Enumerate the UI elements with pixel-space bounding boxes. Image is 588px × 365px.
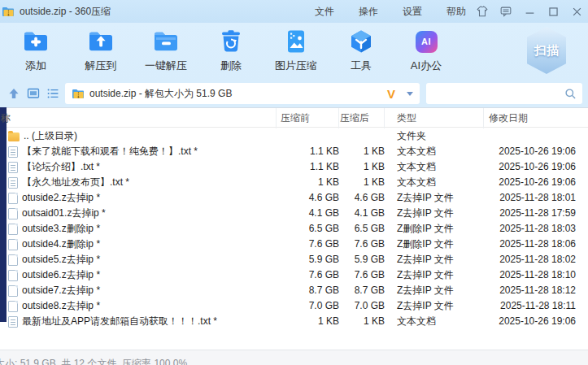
size-before: 4.6 GB xyxy=(277,190,339,206)
file-name-cell: 【永久地址发布页】.txt * xyxy=(0,175,277,190)
modified-date: 2025-11-28 18:06 xyxy=(484,237,588,252)
tools-cube-icon xyxy=(347,28,375,55)
feedback-icon[interactable] xyxy=(499,5,512,18)
menu-file[interactable]: 文件 xyxy=(303,5,346,19)
column-header-type[interactable]: 类型 xyxy=(385,108,484,128)
ai-office-button[interactable]: AI AI办公 xyxy=(394,28,459,73)
size-after xyxy=(339,128,385,144)
size-before: 7.6 GB xyxy=(277,237,339,252)
file-name-cell: 【论坛介绍】.txt * xyxy=(0,159,277,175)
close-button[interactable] xyxy=(570,5,583,18)
file-name-cell: outside4.z删除ip * xyxy=(0,237,277,252)
address-input[interactable]: outside.zip - 解包大小为 51.9 GB V xyxy=(65,83,420,104)
add-button[interactable]: 添加 xyxy=(3,28,68,73)
file-name: outside6.z去掉ip * xyxy=(22,267,100,283)
ai-office-label: AI办公 xyxy=(411,59,442,73)
toolbar: 添加 解压到 一键解压 xyxy=(0,23,588,80)
menu-settings[interactable]: 设置 xyxy=(390,5,434,19)
file-row[interactable]: 【永久地址发布页】.txt * 1 KB 1 KB 文本文档 2025-10-2… xyxy=(0,175,588,190)
ai-badge-text: AI xyxy=(421,37,431,46)
size-before: 7.0 GB xyxy=(277,298,339,314)
column-header-date[interactable]: 修改日期 xyxy=(484,108,588,128)
view-mode-icon[interactable] xyxy=(26,86,41,101)
column-header-after[interactable]: 压缩后 xyxy=(339,108,385,128)
file-type: 文本文档 xyxy=(385,159,484,175)
size-before: 4.1 GB xyxy=(277,206,339,221)
scan-label: 扫描 xyxy=(534,43,559,59)
file-row[interactable]: otuside2.z去掉ip * 4.6 GB 4.6 GB Z去掉IP 文件 … xyxy=(0,190,588,206)
column-header-before[interactable]: 压缩前 xyxy=(277,108,339,128)
size-after: 7.0 GB xyxy=(339,298,385,314)
menu-help[interactable]: 帮助 xyxy=(434,5,478,19)
file-icon xyxy=(8,285,18,297)
vip-badge[interactable]: V xyxy=(387,87,395,101)
file-name: outside4.z删除ip * xyxy=(22,237,100,252)
file-name: outside8.z去掉ip * xyxy=(22,298,100,314)
file-row[interactable]: .. (上级目录) 文件夹 xyxy=(0,128,588,144)
file-row[interactable]: outside3.z删除ip * 6.5 GB 6.5 GB Z删除IP 文件 … xyxy=(0,221,588,237)
extract-to-button[interactable]: 解压到 xyxy=(68,28,133,73)
delete-trash-icon xyxy=(217,28,245,55)
image-compress-label: 图片压缩 xyxy=(275,59,317,73)
file-name: outsaid01.z去掉ip * xyxy=(22,206,106,221)
size-after: 7.6 GB xyxy=(339,267,385,283)
add-label: 添加 xyxy=(25,59,46,73)
file-name-cell: outside6.z去掉ip * xyxy=(0,267,277,283)
up-directory-icon[interactable] xyxy=(7,86,21,101)
skin-icon[interactable] xyxy=(476,5,489,18)
delete-button[interactable]: 删除 xyxy=(198,28,264,73)
ai-office-icon: AI xyxy=(412,28,440,55)
modified-date: 2025-11-28 18:10 xyxy=(484,267,588,283)
file-row[interactable]: outside4.z删除ip * 7.6 GB 7.6 GB Z删除IP 文件 … xyxy=(0,237,588,252)
file-type: Z去掉IP 文件 xyxy=(385,267,484,283)
search-icon[interactable] xyxy=(564,88,577,100)
file-icon xyxy=(8,254,18,266)
file-icon xyxy=(8,193,18,204)
file-type: 文件夹 xyxy=(385,128,484,144)
file-row[interactable]: 【来了就能下载和观看！纯免费！】.txt * 1.1 KB 1 KB 文本文档 … xyxy=(0,144,588,159)
file-icon xyxy=(8,224,18,235)
tools-button[interactable]: 工具 xyxy=(329,28,394,73)
column-header-name[interactable]: 名称 xyxy=(0,108,277,128)
file-name-cell: .. (上级目录) xyxy=(0,128,277,144)
folder-icon xyxy=(8,133,20,141)
file-row[interactable]: outsaid01.z去掉ip * 4.1 GB 4.1 GB Z去掉IP 文件… xyxy=(0,206,588,221)
file-name: 【永久地址发布页】.txt * xyxy=(22,175,129,190)
file-icon xyxy=(8,208,18,219)
image-compress-button[interactable]: 图片压缩 xyxy=(264,28,329,73)
file-name: otuside2.z去掉ip * xyxy=(22,190,100,206)
file-row[interactable]: outside7.z去掉ip * 8.7 GB 8.7 GB Z去掉IP 文件 … xyxy=(0,283,588,298)
size-before: 7.6 GB xyxy=(277,267,339,283)
file-row[interactable]: 【论坛介绍】.txt * 1.1 KB 1 KB 文本文档 2025-10-26… xyxy=(0,159,588,175)
size-before: 5.9 GB xyxy=(277,252,339,267)
menu-operation[interactable]: 操作 xyxy=(346,5,390,19)
chevron-down-icon[interactable] xyxy=(407,92,413,96)
zip-archive-icon xyxy=(72,87,85,100)
size-before: 6.5 GB xyxy=(277,221,339,237)
file-name-cell: outside5.z去掉ip * xyxy=(0,252,277,267)
size-after: 4.1 GB xyxy=(339,206,385,221)
list-view-icon[interactable] xyxy=(46,86,60,101)
modified-date: 2025-10-26 19:06 xyxy=(484,314,588,329)
modified-date: 2025-10-26 19:06 xyxy=(484,159,588,175)
file-row[interactable]: outside8.z去掉ip * 7.0 GB 7.0 GB Z去掉IP 文件 … xyxy=(0,298,588,314)
list-header: 名称 压缩前 压缩后 类型 修改日期 xyxy=(0,107,588,128)
file-type: Z删除IP 文件 xyxy=(385,221,484,237)
modified-date xyxy=(484,128,588,144)
image-compress-icon xyxy=(282,28,310,55)
file-type: Z去掉IP 文件 xyxy=(385,252,484,267)
size-before xyxy=(277,128,339,144)
modified-date: 2025-11-28 17:59 xyxy=(484,206,588,221)
file-row[interactable]: 最新地址及APP请发邮箱自动获取！！！.txt * 1 KB 1 KB 文本文档… xyxy=(0,314,588,329)
file-type: 文本文档 xyxy=(385,175,484,190)
search-input[interactable] xyxy=(426,83,564,104)
menu-bar: 文件 操作 设置 帮助 xyxy=(303,0,478,23)
file-icon xyxy=(8,270,18,281)
file-row[interactable]: outside6.z去掉ip * 7.6 GB 7.6 GB Z去掉IP 文件 … xyxy=(0,267,588,283)
file-name: 【来了就能下载和观看！纯免费！】.txt * xyxy=(22,144,198,159)
file-row[interactable]: outside5.z去掉ip * 5.9 GB 5.9 GB Z去掉IP 文件 … xyxy=(0,252,588,267)
one-click-extract-button[interactable]: 一键解压 xyxy=(133,28,198,73)
minimize-button[interactable] xyxy=(523,5,536,18)
file-type: 文本文档 xyxy=(385,144,484,159)
maximize-button[interactable] xyxy=(547,5,560,18)
